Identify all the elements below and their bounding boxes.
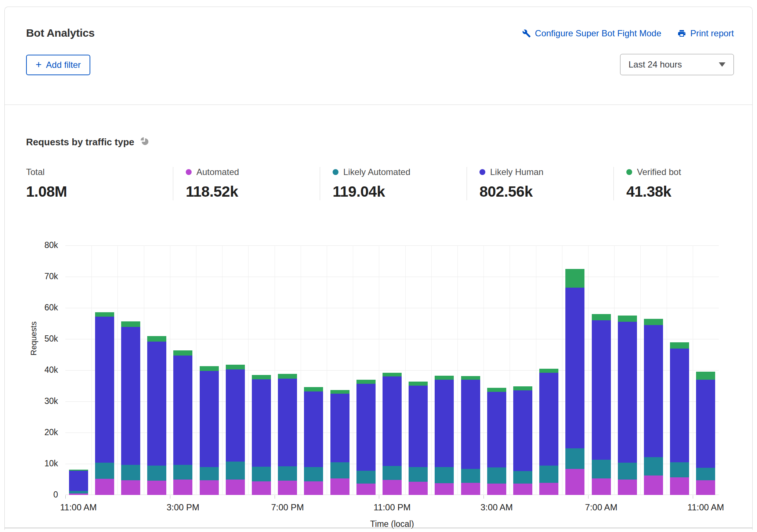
section-title-row: Requests by traffic type: [26, 136, 150, 148]
stacked-bar-hour-4[interactable]: [173, 350, 192, 495]
bar-segment-likely_automated: [95, 463, 114, 478]
bar-segment-automated: [435, 483, 454, 495]
add-filter-label: Add filter: [46, 60, 81, 70]
stacked-bar-hour-2[interactable]: [121, 321, 140, 495]
bar-segment-verified_bot: [356, 380, 376, 384]
x-tick-label: 3:00 AM: [464, 502, 530, 513]
bar-segment-likely_automated: [696, 468, 715, 480]
stacked-bar-hour-18[interactable]: [539, 369, 558, 495]
bar-segment-likely_human: [670, 349, 689, 462]
bar-segment-automated: [670, 477, 689, 495]
page-title: Bot Analytics: [26, 27, 95, 39]
stat-verified-bot: Verified bot 41.38k: [613, 167, 757, 200]
bar-segment-verified_bot: [513, 386, 532, 390]
gridline: [91, 245, 92, 495]
x-tick-label: 7:00 PM: [254, 502, 320, 513]
stacked-bar-hour-13[interactable]: [409, 382, 428, 495]
gridline: [667, 245, 667, 495]
bar-segment-likely_automated: [461, 469, 480, 482]
bar-segment-likely_automated: [226, 462, 245, 479]
x-tick-mark: [65, 495, 66, 499]
print-report-link[interactable]: Print report: [677, 28, 734, 39]
stat-value: 118.52k: [186, 183, 312, 200]
stat-likely-automated: Likely Automated 119.04k: [320, 167, 467, 200]
x-tick-mark: [483, 495, 484, 499]
bar-segment-verified_bot: [539, 369, 558, 373]
bar-segment-verified_bot: [644, 319, 663, 325]
bar-segment-verified_bot: [592, 314, 611, 320]
bar-segment-automated: [278, 481, 297, 495]
bar-segment-verified_bot: [95, 312, 114, 317]
bar-segment-likely_human: [121, 327, 140, 465]
chevron-down-icon: [719, 62, 725, 67]
bar-segment-likely_automated: [252, 467, 271, 482]
bot-analytics-card: Bot Analytics Configure Super Bot Fight …: [4, 7, 753, 530]
bar-segment-likely_human: [461, 380, 480, 469]
x-tick-mark: [693, 495, 693, 499]
bar-segment-automated: [95, 479, 114, 495]
gridline: [327, 245, 327, 495]
bar-segment-likely_human: [435, 380, 454, 467]
stacked-bar-hour-3[interactable]: [147, 336, 166, 495]
wrench-icon: [522, 29, 531, 38]
bar-segment-likely_human: [226, 369, 245, 462]
bar-segment-likely_automated: [69, 491, 88, 493]
stacked-bar-hour-10[interactable]: [330, 390, 349, 495]
bar-segment-automated: [252, 481, 271, 495]
stacked-bar-hour-24[interactable]: [696, 372, 715, 495]
stacked-bar-hour-9[interactable]: [304, 387, 323, 495]
stacked-bar-hour-20[interactable]: [592, 314, 611, 495]
stacked-bar-hour-7[interactable]: [252, 375, 271, 495]
stacked-bar-hour-17[interactable]: [513, 386, 532, 495]
stacked-bar-hour-8[interactable]: [278, 374, 297, 495]
gridline: [562, 245, 562, 495]
stat-value: 1.08M: [26, 183, 166, 200]
bar-segment-automated: [618, 480, 637, 495]
bar-segment-automated: [69, 493, 88, 495]
configure-super-bot-fight-mode-link[interactable]: Configure Super Bot Fight Mode: [522, 28, 661, 39]
bar-segment-automated: [513, 484, 532, 495]
stacked-bar-hour-12[interactable]: [383, 373, 402, 495]
x-tick-label: 7:00 AM: [568, 502, 634, 513]
stat-value: 119.04k: [333, 183, 459, 200]
bar-segment-likely_human: [513, 390, 532, 471]
stacked-bar-hour-11[interactable]: [356, 380, 376, 495]
gridline: [588, 245, 588, 495]
gridline: [640, 245, 641, 495]
stacked-bar-hour-21[interactable]: [618, 316, 637, 495]
gridline: [405, 245, 406, 495]
stacked-bar-hour-23[interactable]: [670, 342, 689, 495]
gridline: [144, 245, 144, 495]
add-filter-button[interactable]: + Add filter: [26, 55, 90, 75]
bar-segment-automated: [226, 480, 245, 495]
bar-segment-likely_automated: [356, 471, 376, 484]
stacked-bar-hour-6[interactable]: [226, 365, 245, 495]
stacked-bar-hour-16[interactable]: [487, 388, 506, 495]
bar-segment-verified_bot: [670, 342, 689, 349]
stat-likely-human: Likely Human 802.56k: [467, 167, 613, 200]
stat-label: Total: [26, 167, 45, 177]
stacked-bar-hour-5[interactable]: [200, 366, 219, 495]
stacked-bar-hour-15[interactable]: [461, 376, 480, 495]
x-tick-mark: [379, 495, 379, 499]
stacked-bar-hour-14[interactable]: [435, 376, 454, 495]
stacked-bar-hour-1[interactable]: [95, 312, 114, 495]
y-tick-label: 60k: [25, 303, 58, 313]
bar-segment-verified_bot: [278, 374, 297, 379]
bar-segment-likely_human: [356, 384, 376, 470]
bar-segment-automated: [644, 475, 663, 495]
likely-automated-legend-dot: [333, 169, 338, 175]
bar-segment-verified_bot: [383, 373, 402, 376]
stat-value: 802.56k: [479, 183, 606, 200]
stacked-bar-hour-0[interactable]: [69, 470, 88, 495]
bar-segment-likely_automated: [487, 467, 506, 483]
gridline: [510, 245, 510, 495]
bar-segment-verified_bot: [304, 387, 323, 391]
bar-segment-automated: [173, 480, 192, 495]
bar-segment-likely_automated: [330, 462, 349, 478]
time-range-select[interactable]: Last 24 hours: [620, 54, 734, 75]
bar-segment-likely_automated: [565, 448, 584, 469]
bar-segment-automated: [409, 482, 428, 495]
stacked-bar-hour-22[interactable]: [644, 319, 663, 495]
stacked-bar-hour-19[interactable]: [565, 269, 584, 495]
